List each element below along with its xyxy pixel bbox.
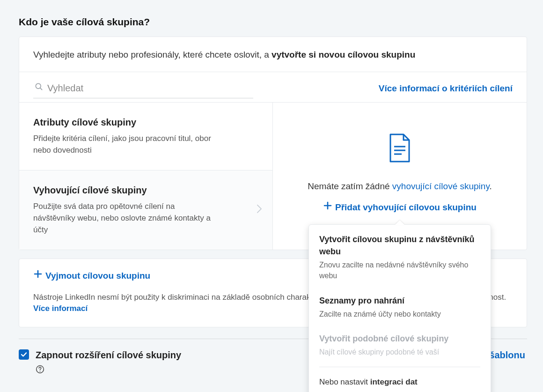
audience-expansion-checkbox[interactable] <box>19 349 29 360</box>
tile-desc: Přidejte kritéria cílení, jako jsou prac… <box>33 133 211 156</box>
exclude-label: Vyjmout cílovou skupinu <box>45 269 150 282</box>
tile-audience-attributes[interactable]: Atributy cílové skupiny Přidejte kritéri… <box>19 103 273 170</box>
tile-matched-audiences[interactable]: Vyhovující cílové skupiny Použijte svá d… <box>19 170 273 250</box>
popover-footer-bold: integraci dat <box>370 377 418 386</box>
search-placeholder: Vyhledat <box>47 81 83 95</box>
popover-item-desc: Zacilte na známé účty nebo kontakty <box>319 309 480 319</box>
popover-item-lookalike: Vytvořit podobné cílové skupiny Najít cí… <box>309 326 491 364</box>
audience-expansion-label: Zapnout rozšíření cílové skupiny <box>36 348 181 362</box>
document-icon <box>389 133 411 165</box>
popover-item-upload-lists[interactable]: Seznamy pro nahrání Zacilte na známé účt… <box>309 288 491 326</box>
add-audience-popover: Vytvořit cílovou skupinu z návštěvníků w… <box>308 224 491 392</box>
plus-icon <box>323 201 335 214</box>
add-matched-label: Přidat vyhovující cílovou skupinu <box>335 201 477 214</box>
add-matched-audience-button[interactable]: Přidat vyhovující cílovou skupinu <box>323 201 477 214</box>
chevron-right-icon <box>257 204 262 216</box>
svg-point-10 <box>40 371 41 372</box>
popover-footer[interactable]: Nebo nastavit integraci dat <box>309 370 491 392</box>
tile-title: Vyhovující cílové skupiny <box>33 184 258 197</box>
audience-card: Vyhledejte atributy nebo profesionály, k… <box>19 37 527 250</box>
popover-item-desc: Znovu zacilte na nedávné návštěvníky své… <box>319 259 480 281</box>
tile-title: Atributy cílové skupiny <box>33 116 258 129</box>
search-input[interactable]: Vyhledat <box>33 79 253 98</box>
popover-item-title: Vytvořit cílovou skupinu z návštěvníků w… <box>319 233 480 258</box>
intro-text: Vyhledejte atributy nebo profesionály, k… <box>19 37 527 72</box>
intro-bold: vytvořte si novou cílovou skupinu <box>272 50 415 59</box>
tile-desc: Použijte svá data pro opětovné cílení na… <box>33 201 211 236</box>
intro-prefix: Vyhledejte atributy nebo profesionály, k… <box>33 50 272 59</box>
popover-item-title: Seznamy pro nahrání <box>319 295 480 307</box>
matched-empty-state: Nemáte zatím žádné vyhovující cílové sku… <box>273 103 527 250</box>
empty-prefix: Nemáte zatím žádné <box>308 181 392 191</box>
popover-divider <box>319 367 480 367</box>
search-icon <box>34 82 47 94</box>
plus-icon <box>33 269 45 282</box>
popover-footer-prefix: Nebo nastavit <box>319 377 370 386</box>
popover-item-website-visitors[interactable]: Vytvořit cílovou skupinu z návštěvníků w… <box>309 227 491 288</box>
footer-action-template[interactable]: šablonu <box>489 348 525 362</box>
popover-item-title: Vytvořit podobné cílové skupiny <box>319 333 480 345</box>
criteria-info-link[interactable]: Více informací o kritériích cílení <box>379 82 513 95</box>
svg-line-1 <box>40 88 42 90</box>
empty-suffix: . <box>490 181 492 191</box>
popover-item-desc: Najít cílové skupiny podobné té vaší <box>319 347 480 357</box>
disclaimer-link[interactable]: Více informací <box>33 304 88 313</box>
help-icon[interactable] <box>36 365 44 377</box>
empty-blue: vyhovující cílové skupiny <box>392 181 490 191</box>
section-title: Kdo je vaše cílová skupina? <box>19 15 527 29</box>
